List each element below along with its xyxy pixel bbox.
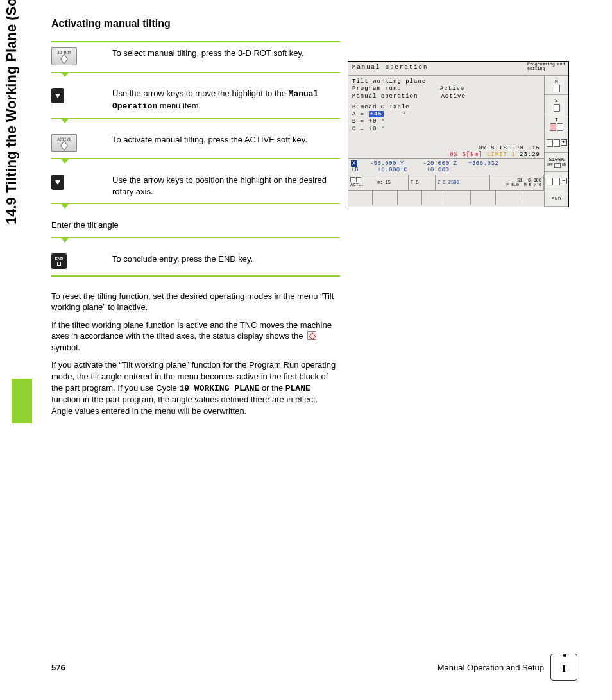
softkey-blank bbox=[398, 191, 422, 205]
arrow-down-icon bbox=[55, 180, 60, 185]
text: symbol. bbox=[51, 343, 80, 352]
on-label: ON bbox=[562, 163, 566, 168]
step-text: Enter the tilt angle bbox=[51, 219, 340, 231]
text: If the tilted working plane function is … bbox=[51, 320, 332, 341]
off-label: OFF bbox=[547, 163, 553, 168]
s-label: S1 bbox=[517, 178, 522, 183]
mode-icons: ACTL. bbox=[348, 175, 375, 190]
s-cell: S1 0.000 F 5.0 M 5 / 0 bbox=[490, 175, 545, 190]
box-icon bbox=[550, 123, 556, 131]
softkey-row bbox=[348, 191, 544, 205]
box-icon bbox=[554, 85, 560, 92]
step-5: Enter the tilt angle bbox=[51, 214, 340, 237]
value: Active bbox=[441, 93, 465, 99]
side-s100-button: S100% OFFON bbox=[545, 153, 568, 172]
label: S bbox=[555, 98, 558, 103]
feed-row: ACTL. ⊕: 15 T 5 Z S 2500 S1 0.000 F 5.0 … bbox=[348, 175, 544, 191]
tilt-title: Tilt working plane bbox=[352, 78, 540, 85]
label: S100% bbox=[548, 157, 564, 162]
m-value: M 5 / 0 bbox=[524, 183, 541, 187]
tnc-screenshot: Manual operation Programming and editing… bbox=[348, 61, 569, 207]
side-plus-button: + bbox=[545, 133, 568, 153]
axis-c: C = +0 ° bbox=[352, 126, 540, 133]
value: Active bbox=[440, 85, 464, 92]
mode-icon bbox=[356, 177, 361, 182]
t-cell: T 5 bbox=[409, 175, 436, 190]
panel-sidebar: M S T + S100% OFFON − END bbox=[544, 76, 568, 207]
text: menu item. bbox=[157, 101, 201, 110]
axis-a-value-highlight: +45 bbox=[369, 111, 384, 117]
coord-y: Y -20.000 bbox=[396, 160, 450, 167]
axis-a-label: A = bbox=[352, 111, 369, 117]
coord-z: Z +366.032 bbox=[450, 160, 499, 167]
box-icon bbox=[547, 178, 553, 185]
side-s-button: S bbox=[545, 95, 568, 114]
arrow-down-icon bbox=[55, 94, 60, 98]
step-2: Use the arrow keys to move the highlight… bbox=[51, 83, 340, 118]
box-icon bbox=[554, 139, 560, 147]
f-value: F 5.0 bbox=[506, 183, 519, 187]
softkey-blank bbox=[422, 191, 446, 205]
softkey-active: ACTIVE bbox=[51, 134, 77, 152]
panel-title: Manual operation bbox=[348, 62, 525, 75]
arrow-down-key bbox=[51, 88, 64, 103]
end-key-label: END bbox=[55, 257, 64, 260]
coord-b: +B +0.000 bbox=[351, 167, 400, 173]
text: Use the arrow keys to move the highlight… bbox=[112, 89, 289, 98]
rule bbox=[51, 275, 340, 277]
mono-text: 19 WORKING PLANE bbox=[179, 384, 259, 393]
mode-icon bbox=[350, 177, 355, 182]
softkey-blank bbox=[348, 191, 373, 205]
softkey-3d-rot: 3D ROT bbox=[51, 47, 77, 65]
label: T bbox=[555, 117, 558, 123]
page-footer: 576 Manual Operation and Setup ı bbox=[51, 654, 577, 681]
softkey-blank bbox=[446, 191, 471, 205]
side-accent-bar bbox=[12, 379, 32, 423]
mono-text: PLANE bbox=[285, 384, 310, 393]
step-text: To activate manual tilting, press the AC… bbox=[112, 134, 340, 146]
text: or the bbox=[259, 383, 285, 393]
page-number: 576 bbox=[51, 663, 65, 672]
step-1: 3D ROT To select manual tilting, press t… bbox=[51, 42, 340, 72]
coord-x: -50.000 bbox=[359, 160, 396, 167]
step-text: To select manual tilting, press the 3-D … bbox=[112, 47, 340, 59]
footer-text: Manual Operation and Setup bbox=[438, 663, 544, 672]
end-key: END bbox=[51, 253, 67, 269]
paragraph-symbol: If the tilted working plane function is … bbox=[51, 320, 340, 354]
status-nm: 0% S[Nm] bbox=[450, 151, 487, 158]
paragraph-programrun: If you activate the “Tilt working plane”… bbox=[51, 359, 340, 416]
s-value: 0.000 bbox=[528, 178, 541, 183]
status-limit: LIMIT 1 bbox=[487, 151, 516, 158]
deg: ° bbox=[403, 111, 407, 117]
softkey-blank bbox=[373, 191, 397, 205]
label: Program run: bbox=[352, 85, 402, 92]
box-icon bbox=[557, 123, 563, 131]
coord-x-label: X bbox=[351, 160, 357, 167]
continue-arrow-icon bbox=[51, 73, 340, 79]
main-content: Activating manual tilting 3D ROT To sele… bbox=[51, 18, 340, 423]
step-text: Use the arrow keys to move the highlight… bbox=[112, 88, 340, 112]
status-strip: 0% S-IST P0 -T5 0% S[Nm] LIMIT 1 23:29 bbox=[348, 144, 544, 158]
box-icon bbox=[554, 178, 560, 185]
side-minus-button: − bbox=[545, 172, 568, 191]
side-end-button: END bbox=[545, 191, 568, 207]
panel-main: Tilt working plane Program run:Active Ma… bbox=[348, 76, 544, 207]
label: M bbox=[555, 78, 558, 84]
box-icon bbox=[554, 163, 561, 168]
plus-icon: + bbox=[561, 139, 567, 146]
label: Manual operation bbox=[352, 93, 418, 99]
continue-arrow-icon bbox=[51, 159, 340, 166]
side-m-button: M bbox=[545, 76, 568, 95]
paragraph-reset: To reset the tilting function, set the d… bbox=[51, 291, 340, 313]
axis-b: B = +0 ° bbox=[352, 118, 540, 125]
head-label: B-Head C-Table bbox=[352, 104, 540, 111]
coordinate-display: X -50.000 Y -20.000 Z +366.032 +B +0.000… bbox=[348, 158, 544, 175]
actl-label: ACTL. bbox=[350, 182, 373, 187]
softkey-blank bbox=[471, 191, 495, 205]
info-badge-icon: ı bbox=[550, 654, 577, 681]
status-time: 23:29 bbox=[516, 151, 540, 158]
diamond-icon bbox=[60, 141, 68, 151]
diamond-icon bbox=[60, 54, 68, 65]
continue-arrow-icon bbox=[51, 119, 340, 125]
softkey-blank bbox=[496, 191, 520, 205]
